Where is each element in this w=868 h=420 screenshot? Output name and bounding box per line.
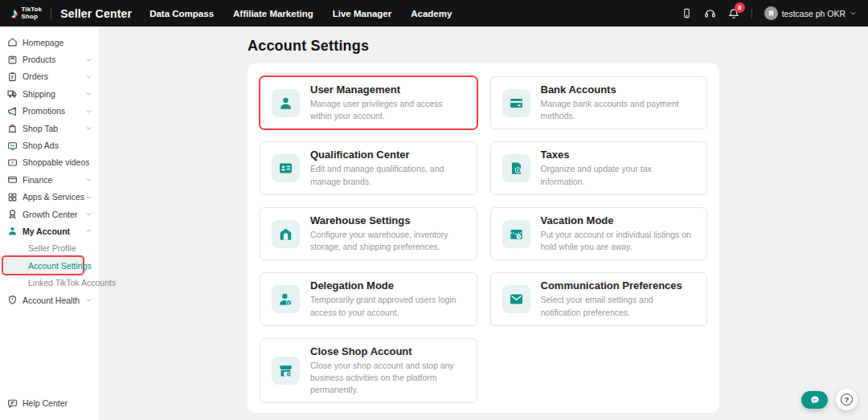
close-shop-account-icon [272,357,300,385]
shop-ads-icon [7,141,18,151]
nav-data-compass[interactable]: Data Compass [149,9,214,18]
card-description: Edit and manage qualifications, and mana… [310,163,465,187]
chevron-down-icon [85,90,92,97]
sidebar-help-center[interactable]: Help Center [0,394,99,412]
nav-live-manager[interactable]: Live Manager [333,9,392,18]
orders-icon [7,71,18,82]
sidebar-item-apps-services[interactable]: Apps & Services [0,189,99,206]
shipping-icon [7,88,18,99]
chevron-down-icon [850,10,857,17]
logo-line1: TikTok [22,6,43,13]
help-button[interactable]: ? [836,389,858,410]
sidebar-item-products[interactable]: Products [0,51,99,67]
card-bank-accounts[interactable]: Bank Accounts Manage bank accounts and p… [490,76,708,129]
topbar-nav: Data Compass Affiliate Marketing Live Ma… [149,9,452,18]
nav-academy[interactable]: Academy [411,9,452,18]
sidebar-item-orders[interactable]: Orders [0,68,99,85]
card-delegation-mode[interactable]: Delegation Mode Temporarily grant approv… [260,272,477,325]
account-health-icon [7,295,18,305]
products-icon [7,55,18,65]
qualification-center-icon [272,154,300,182]
card-title: User Management [310,84,465,96]
question-mark-icon: ? [841,393,853,406]
sidebar-item-shop-tab[interactable]: Shop Tab [0,120,99,137]
topbar-divider [51,8,51,19]
card-description: Close your shop account and stop any bus… [310,360,465,397]
chevron-down-icon [85,176,92,183]
sidebar-item-shop-ads[interactable]: Shop Ads [0,137,99,153]
sidebar-item-homepage[interactable]: Homepage [0,34,99,51]
card-description: Select your email settings and notificat… [541,294,696,318]
tiktok-shop-logo-text: TikTok Shop [22,6,43,21]
growth-center-icon [7,209,18,219]
card-close-shop-account[interactable]: Close Shop Account Close your shop accou… [260,338,477,404]
sidebar-item-growth-center[interactable]: Growth Center [0,206,99,222]
chevron-down-icon [85,56,92,63]
sidebar-item-shipping[interactable]: Shipping [0,85,99,102]
card-title: Communication Preferences [541,279,696,292]
card-title: Warehouse Settings [310,214,465,226]
card-warehouse-settings[interactable]: Warehouse Settings Configure your wareho… [260,207,477,260]
card-description: Temporarily grant approved users login a… [310,294,465,318]
card-qualification-center[interactable]: Qualification Center Edit and manage qua… [260,141,477,194]
page-title: Account Settings [248,38,719,55]
card-description: Put your account or individual listings … [541,229,696,253]
finance-icon [7,174,18,185]
sidebar-item-my-account[interactable]: My Account [0,222,99,239]
card-description: Organize and update your tax information… [541,163,696,187]
chevron-down-icon [85,108,92,115]
account-menu[interactable]: testcase ph OKR [764,6,857,20]
chevron-down-icon [85,296,92,304]
card-title: Taxes [541,149,696,161]
sidebar-item-promotions[interactable]: Promotions [0,103,99,120]
sidebar-subitem-account-settings[interactable]: Account Settings [3,257,83,274]
card-description: Manage user privileges and access within… [310,98,465,122]
card-description: Manage bank accounts and payment methods… [541,98,696,122]
nav-affiliate-marketing[interactable]: Affiliate Marketing [233,9,313,18]
card-description: Configure your warehouse, inventory stor… [310,229,465,253]
sidebar-item-finance[interactable]: Finance [0,171,99,188]
chevron-down-icon [85,194,92,201]
account-settings-panel: User Management Manage user privileges a… [248,63,719,413]
sidebar-subitem-seller-profile[interactable]: Seller Profile [0,240,99,257]
topbar-divider [751,9,752,18]
top-navigation-bar: ♪ TikTok Shop Seller Center Data Compass… [0,0,868,27]
promotions-icon [7,106,18,116]
notification-count-badge: 8 [735,2,745,13]
shop-tab-icon [7,123,18,133]
chevron-down-icon [85,73,92,80]
card-communication-preferences[interactable]: Communication Preferences Select your em… [490,272,708,325]
card-title: Vacation Mode [541,214,696,226]
card-vacation-mode[interactable]: Vacation Mode Put your account or indivi… [490,207,708,260]
chevron-down-icon [85,210,92,218]
communication-preferences-icon [502,285,530,313]
card-taxes[interactable]: Taxes Organize and update your tax infor… [490,141,708,194]
apps-services-icon [7,192,18,202]
chat-support-button[interactable] [801,391,828,409]
main-content: Account Settings User Management Manage … [99,27,868,420]
mobile-app-icon[interactable] [682,7,692,19]
chevron-down-icon [85,124,92,132]
user-management-icon [272,89,300,117]
sidebar-item-account-health[interactable]: Account Health [0,292,99,308]
headset-support-icon[interactable] [704,7,716,19]
card-title: Delegation Mode [310,279,465,292]
warehouse-settings-icon [272,220,300,248]
logo-line2: Shop [22,13,38,20]
avatar [764,6,778,20]
shoppable-videos-icon [7,157,18,168]
vacation-mode-icon [502,220,530,248]
card-title: Qualification Center [310,149,465,161]
bank-accounts-icon [502,89,530,117]
tiktok-note-icon: ♪ [11,6,18,20]
account-name: testcase ph OKR [782,9,845,18]
help-center-icon [7,398,18,409]
card-user-management[interactable]: User Management Manage user privileges a… [260,76,477,129]
sidebar-menu: Homepage Products Orders Shipping Promot… [0,34,99,308]
bell-notification-icon[interactable]: 8 [728,7,739,19]
chat-bubble-icon [810,395,820,405]
tiktok-shop-logo[interactable]: ♪ TikTok Shop [11,6,42,21]
sidebar-subitem-linked-tiktok-accounts[interactable]: Linked TikTok Accounts [0,274,99,291]
seller-center-brand[interactable]: Seller Center [60,7,132,20]
sidebar-item-shoppable-videos[interactable]: Shoppable videos [0,154,99,171]
